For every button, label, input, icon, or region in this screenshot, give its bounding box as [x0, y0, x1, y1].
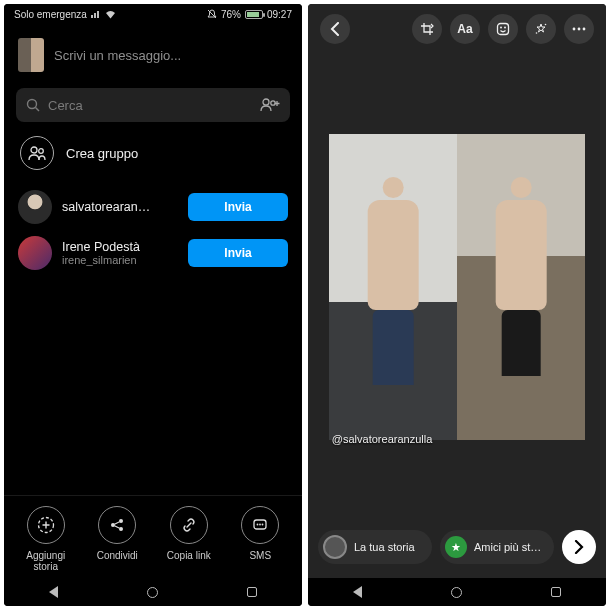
status-bar: Solo emergenza 76% 09:27: [4, 4, 302, 24]
nav-recent[interactable]: [247, 587, 257, 597]
nav-home[interactable]: [147, 587, 158, 598]
svg-line-15: [115, 526, 120, 528]
svg-point-27: [583, 28, 586, 31]
nav-recent[interactable]: [551, 587, 561, 597]
search-placeholder: Cerca: [48, 98, 83, 113]
compose-placeholder: Scrivi un messaggio...: [54, 48, 181, 63]
svg-point-23: [545, 24, 547, 26]
add-story-icon: [27, 506, 65, 544]
nav-back[interactable]: [353, 586, 362, 598]
android-navbar: [4, 578, 302, 606]
svg-point-22: [504, 27, 506, 29]
group-icon: [20, 136, 54, 170]
crop-icon[interactable]: [412, 14, 442, 44]
send-button[interactable]: Invia: [188, 239, 288, 267]
sticker-icon[interactable]: [488, 14, 518, 44]
link-icon: [170, 506, 208, 544]
text-icon[interactable]: Aa: [450, 14, 480, 44]
android-navbar: [308, 578, 606, 606]
contact-row: Irene Podestà irene_silmarien Invia: [4, 230, 302, 276]
svg-point-21: [500, 27, 502, 29]
canvas-area[interactable]: @salvatorearanzulla: [308, 54, 606, 520]
svg-rect-20: [498, 24, 509, 35]
contact-username: irene_silmarien: [62, 254, 178, 266]
effects-icon[interactable]: [526, 14, 556, 44]
story-photo: [329, 134, 585, 439]
svg-line-1: [36, 108, 40, 112]
avatar[interactable]: [18, 236, 52, 270]
nav-home[interactable]: [451, 587, 462, 598]
share-icon: [98, 506, 136, 544]
contact-name-block: Irene Podestà irene_silmarien: [62, 240, 178, 266]
sms-icon: [241, 506, 279, 544]
forward-button[interactable]: [562, 530, 596, 564]
wifi-icon: [105, 10, 116, 19]
pill-close-friends[interactable]: ★ Amici più st…: [440, 530, 554, 564]
send-button[interactable]: Invia: [188, 193, 288, 221]
carrier-text: Solo emergenza: [14, 9, 87, 20]
svg-point-19: [262, 524, 264, 526]
clock: 09:27: [267, 9, 292, 20]
story-thumbnail: [18, 38, 44, 72]
create-group-row[interactable]: Crea gruppo: [4, 122, 302, 184]
battery-pct: 76%: [221, 9, 241, 20]
your-story-avatar: [323, 535, 347, 559]
editor-toolbar: Aa: [308, 4, 606, 54]
avatar[interactable]: [18, 190, 52, 224]
more-icon[interactable]: [564, 14, 594, 44]
signal-icon: [91, 10, 101, 18]
action-share[interactable]: Condividi: [89, 506, 145, 572]
contact-name: salvatorearan…: [62, 200, 178, 214]
close-friends-icon: ★: [445, 536, 467, 558]
svg-line-14: [115, 522, 120, 524]
back-button[interactable]: [320, 14, 350, 44]
contact-name-block: salvatorearan…: [62, 200, 178, 214]
pill-your-story[interactable]: La tua storia: [318, 530, 432, 564]
svg-point-24: [536, 32, 538, 34]
compose-row[interactable]: Scrivi un messaggio...: [4, 24, 302, 82]
search-input[interactable]: Cerca: [16, 88, 290, 122]
mention-tag[interactable]: @salvatorearanzulla: [332, 433, 432, 445]
svg-point-25: [573, 28, 576, 31]
svg-point-17: [257, 524, 259, 526]
svg-point-26: [578, 28, 581, 31]
svg-point-18: [259, 524, 261, 526]
action-add-story[interactable]: Aggiungi storia: [18, 506, 74, 572]
contact-row: salvatorearan… Invia: [4, 184, 302, 230]
add-people-icon[interactable]: [260, 98, 280, 112]
contact-name: Irene Podestà: [62, 240, 178, 254]
mute-icon: [207, 9, 217, 19]
editor-bottom-bar: La tua storia ★ Amici più st…: [308, 520, 606, 578]
bottom-actions: Aggiungi storia Condividi Copia link SMS: [4, 495, 302, 578]
svg-point-0: [28, 100, 37, 109]
nav-back[interactable]: [49, 586, 58, 598]
create-group-label: Crea gruppo: [66, 146, 138, 161]
action-copy-link[interactable]: Copia link: [161, 506, 217, 572]
story-editor-screen: Aa @salvatorearanzulla: [308, 4, 606, 606]
svg-point-2: [263, 99, 269, 105]
svg-point-6: [31, 147, 37, 153]
share-sheet-screen: Solo emergenza 76% 09:27 Scrivi un messa…: [4, 4, 302, 606]
action-sms[interactable]: SMS: [232, 506, 288, 572]
search-icon: [26, 98, 40, 112]
svg-point-7: [39, 149, 44, 154]
battery-icon: [245, 10, 263, 19]
